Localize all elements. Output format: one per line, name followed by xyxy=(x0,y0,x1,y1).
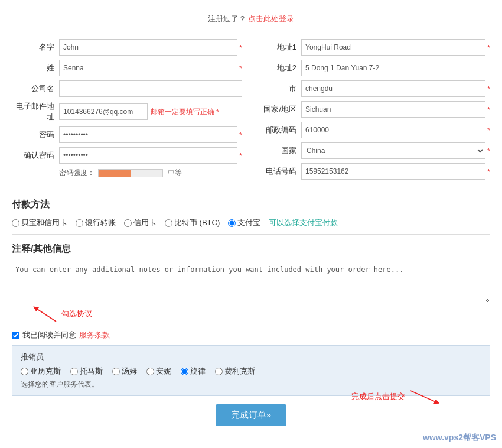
password-row: 密码 * xyxy=(12,126,242,143)
password-strength-row: 密码强度： 中等 xyxy=(12,168,242,178)
email-row: 电子邮件地址 邮箱一定要填写正确 * xyxy=(12,101,242,122)
phone-input[interactable] xyxy=(301,163,485,180)
email-label: 电子邮件地址 xyxy=(12,101,59,122)
promoter-options: 亚历克斯 托马斯 汤姆 安妮 旋律 费利克斯 xyxy=(21,366,481,376)
last-name-row: 姓 * xyxy=(12,60,242,76)
already-registered-text: 注册过了？ xyxy=(208,14,246,23)
login-link[interactable]: 点击此处登录 xyxy=(248,14,294,23)
form-divider xyxy=(12,190,490,190)
country-required: * xyxy=(487,147,490,155)
city-input[interactable] xyxy=(301,80,485,97)
promoter-thomas-label: 托马斯 xyxy=(80,366,103,376)
country-select[interactable]: China USA xyxy=(301,142,485,159)
promoter-alex-label: 亚历克斯 xyxy=(30,366,61,376)
strength-fill xyxy=(99,170,131,177)
promoter-melody-radio[interactable] xyxy=(181,368,188,375)
postcode-row: 邮政编码 * xyxy=(260,122,490,138)
top-banner: 注册过了？ 点击此处登录 xyxy=(12,9,490,31)
top-divider xyxy=(12,34,490,34)
address2-row: 地址2 xyxy=(260,60,490,76)
bank-label: 银行转账 xyxy=(85,217,116,228)
payment-bank[interactable]: 银行转账 xyxy=(76,217,116,228)
submit-annotation: 完成后点击提交 xyxy=(351,388,443,405)
promoter-melody-label: 旋律 xyxy=(190,366,206,376)
terms-link[interactable]: 服务条款 xyxy=(79,330,110,340)
promoter-tom[interactable]: 汤姆 xyxy=(112,366,137,376)
promoter-tom-radio[interactable] xyxy=(112,368,120,375)
phone-label: 电话号码 xyxy=(260,166,301,177)
company-row: 公司名 xyxy=(12,80,242,97)
btc-radio[interactable] xyxy=(165,219,172,227)
address1-input[interactable] xyxy=(301,39,485,56)
first-name-label: 名字 xyxy=(12,42,59,53)
address1-row: 地址1 * xyxy=(260,39,490,56)
payment-section-header: 付款方法 xyxy=(12,199,490,213)
city-required: * xyxy=(487,85,490,93)
last-name-input[interactable] xyxy=(59,60,237,76)
promoter-tom-label: 汤姆 xyxy=(122,366,137,376)
promoter-annie-label: 安妮 xyxy=(156,366,171,376)
promoter-felix-radio[interactable] xyxy=(215,368,223,375)
last-name-required: * xyxy=(239,64,242,73)
address1-required: * xyxy=(487,43,490,52)
payment-alipay[interactable]: 支付宝 xyxy=(228,217,260,228)
payment-paypal[interactable]: 贝宝和信用卡 xyxy=(12,217,67,228)
submit-arrow-icon xyxy=(408,388,443,405)
notes-textarea[interactable]: You can enter any additional notes or in… xyxy=(12,262,490,303)
paypal-label: 贝宝和信用卡 xyxy=(21,217,67,228)
promoter-felix-label: 费利克斯 xyxy=(224,366,255,376)
confirm-password-input[interactable] xyxy=(59,147,237,164)
bank-radio[interactable] xyxy=(76,219,83,227)
payment-options-row: 贝宝和信用卡 银行转账 信用卡 比特币 (BTC) 支付宝 可以选择支付宝付款 xyxy=(12,217,490,228)
agreement-row: 我已阅读并同意 服务条款 xyxy=(12,330,490,340)
address1-label: 地址1 xyxy=(260,42,301,53)
notes-container: You can enter any additional notes or in… xyxy=(12,262,490,305)
country-label: 国家 xyxy=(260,145,301,156)
submit-annotation-text: 完成后点击提交 xyxy=(351,391,405,402)
submit-button[interactable]: 完成订单» xyxy=(216,404,286,426)
notes-annotation: 勾选协议 xyxy=(30,305,92,323)
promoter-annie-radio[interactable] xyxy=(146,368,154,375)
postcode-label: 邮政编码 xyxy=(260,125,301,135)
promoter-thomas[interactable]: 托马斯 xyxy=(70,366,103,376)
confirm-password-row: 确认密码 * xyxy=(12,147,242,164)
city-row: 市 * xyxy=(260,80,490,97)
alipay-label: 支付宝 xyxy=(237,217,260,228)
confirm-password-label: 确认密码 xyxy=(12,150,59,161)
creditcard-label: 信用卡 xyxy=(133,217,157,228)
password-required: * xyxy=(239,131,242,139)
company-input[interactable] xyxy=(59,80,242,97)
agreement-checkbox[interactable] xyxy=(12,332,19,339)
phone-row: 电话号码 * xyxy=(260,163,490,180)
form-grid: 名字 * 姓 * 公司名 电子邮件地址 邮箱一定要填写正确 * xyxy=(12,39,490,184)
email-input[interactable] xyxy=(59,103,148,120)
address2-input[interactable] xyxy=(301,60,490,76)
alipay-radio[interactable] xyxy=(228,219,236,227)
notes-annotation-text: 勾选协议 xyxy=(61,309,92,319)
creditcard-radio[interactable] xyxy=(124,219,132,227)
promoter-alex-radio[interactable] xyxy=(21,368,28,375)
phone-required: * xyxy=(487,167,490,176)
state-label: 国家/地区 xyxy=(260,104,301,115)
promoter-thomas-radio[interactable] xyxy=(70,368,78,375)
payment-btc[interactable]: 比特币 (BTC) xyxy=(165,217,220,228)
payment-creditcard[interactable]: 信用卡 xyxy=(124,217,157,228)
promoter-annie[interactable]: 安妮 xyxy=(146,366,171,376)
promoter-alex[interactable]: 亚历克斯 xyxy=(21,366,61,376)
state-row: 国家/地区 * xyxy=(260,101,490,118)
strength-label: 密码强度： xyxy=(59,168,94,178)
submit-area: 完成后点击提交 完成订单» xyxy=(12,404,490,426)
postcode-input[interactable] xyxy=(301,122,485,138)
promoter-felix[interactable]: 费利克斯 xyxy=(215,366,255,376)
password-input[interactable] xyxy=(59,126,237,143)
address2-label: 地址2 xyxy=(260,63,301,73)
password-label: 密码 xyxy=(12,129,59,140)
email-required: * xyxy=(216,108,219,116)
payment-divider xyxy=(12,234,490,235)
btc-label: 比特币 (BTC) xyxy=(174,217,220,228)
left-column: 名字 * 姓 * 公司名 电子邮件地址 邮箱一定要填写正确 * xyxy=(12,39,242,184)
promoter-melody[interactable]: 旋律 xyxy=(181,366,206,376)
first-name-input[interactable] xyxy=(59,39,237,56)
paypal-radio[interactable] xyxy=(12,219,19,227)
state-input[interactable] xyxy=(301,101,485,118)
